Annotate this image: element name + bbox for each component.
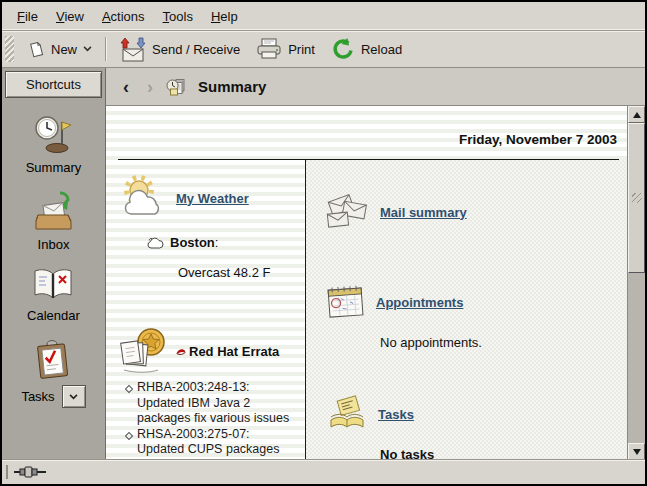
summary-clock-flag-icon — [33, 113, 75, 155]
mail-summary-link[interactable]: Mail summary — [380, 205, 467, 220]
menu-tools[interactable]: Tools — [154, 5, 202, 28]
errata-list: RHBA-2003:248-13: Updated IBM Java 2 pac… — [126, 380, 305, 460]
documents-gold-seal-icon — [118, 326, 168, 376]
toolbar: New Send / Receive — [2, 31, 645, 68]
chevron-down-icon — [69, 394, 78, 400]
bullet-icon — [125, 385, 133, 393]
menu-bar: File View Actions Tools Help — [2, 2, 645, 31]
weather-location-colon: : — [215, 235, 219, 250]
appointments-link[interactable]: Appointments — [376, 295, 463, 310]
sticky-notes-icon — [324, 394, 370, 434]
shortcuts-group-button[interactable]: Shortcuts — [5, 71, 102, 98]
reload-label: Reload — [361, 42, 402, 57]
scrollbar-thumb[interactable] — [628, 123, 645, 273]
forward-button[interactable]: › — [142, 78, 158, 96]
calendar-pad-icon — [324, 282, 368, 322]
new-button[interactable]: New — [19, 35, 100, 63]
menu-view[interactable]: View — [47, 5, 93, 28]
sidebar-item-calendar[interactable]: Calendar — [27, 267, 80, 323]
sidebar-item-tasks[interactable]: Tasks — [21, 338, 85, 408]
main-area: ‹ › Summary Friday, November 7 2003 — [106, 68, 645, 460]
shortcut-group-dropdown-button[interactable] — [62, 385, 86, 408]
up-arrow-icon — [633, 112, 641, 118]
toolbar-separator — [105, 37, 107, 61]
scroll-up-button[interactable] — [628, 106, 645, 123]
summary-canvas: Friday, November 7 2003 — [106, 106, 627, 460]
envelopes-icon — [324, 190, 372, 234]
reload-button[interactable]: Reload — [323, 32, 410, 66]
weather-location: Boston — [170, 235, 215, 250]
menu-actions[interactable]: Actions — [93, 5, 154, 28]
my-weather-link[interactable]: My Weather — [176, 191, 249, 206]
summary-content: Friday, November 7 2003 — [106, 106, 645, 460]
send-receive-button[interactable]: Send / Receive — [112, 32, 248, 67]
chevron-down-icon — [83, 46, 92, 52]
right-column: Mail summary — [306, 160, 627, 460]
date-label: Friday, November 7 2003 — [459, 132, 617, 147]
weather-condition: Overcast 48.2 F — [178, 265, 305, 280]
evolution-window: File View Actions Tools Help New — [0, 0, 647, 486]
new-note-icon — [27, 40, 45, 58]
status-bar — [2, 459, 645, 484]
menu-help[interactable]: Help — [202, 5, 247, 28]
new-button-label: New — [51, 42, 77, 57]
sidebar-item-inbox[interactable]: Inbox — [33, 190, 75, 252]
online-plug-icon[interactable] — [14, 465, 46, 479]
no-appointments-text: No appointments. — [380, 335, 627, 350]
sidebar-item-label: Tasks — [21, 389, 54, 404]
reload-icon — [331, 37, 355, 61]
bullet-icon — [125, 431, 133, 439]
down-arrow-icon — [633, 449, 641, 455]
sidebar-item-label: Calendar — [27, 308, 80, 323]
sidebar-item-summary[interactable]: Summary — [26, 113, 82, 175]
sidebar-item-label: Inbox — [38, 237, 70, 252]
sun-cloud-icon — [118, 173, 168, 223]
calendar-open-book-icon — [32, 267, 74, 303]
print-label: Print — [288, 42, 315, 57]
print-icon — [256, 37, 282, 61]
menu-file[interactable]: File — [8, 5, 47, 28]
tasks-clipboard-icon — [33, 338, 73, 380]
print-button[interactable]: Print — [248, 32, 323, 66]
errata-title: Red Hat Errata — [189, 344, 279, 359]
errata-item[interactable]: RHBA-2003:248-13: Updated IBM Java 2 pac… — [126, 380, 305, 427]
toolbar-grip[interactable] — [5, 36, 14, 62]
left-column: My Weather Boston: Overcast 48.2 F — [106, 160, 306, 460]
send-receive-label: Send / Receive — [152, 42, 240, 57]
view-header: ‹ › Summary — [106, 68, 645, 106]
scroll-down-button[interactable] — [628, 443, 645, 460]
view-title: Summary — [198, 78, 266, 95]
cloud-icon — [146, 236, 164, 250]
scrollbar-track[interactable] — [628, 273, 645, 443]
summary-view-icon — [166, 77, 186, 97]
shortcuts-group-label: Shortcuts — [26, 77, 81, 92]
date-row: Friday, November 7 2003 — [106, 106, 627, 160]
tasks-link[interactable]: Tasks — [378, 407, 414, 422]
errata-item[interactable]: RHSA-2003:275-07: Updated CUPS packages … — [126, 427, 305, 461]
shortcuts-sidebar: Shortcuts Summary — [2, 68, 106, 460]
sidebar-item-label: Summary — [26, 160, 82, 175]
send-receive-icon — [120, 37, 146, 62]
vertical-scrollbar — [627, 106, 645, 460]
back-button[interactable]: ‹ — [118, 78, 134, 96]
thumb-grip-icon — [632, 193, 642, 203]
statusbar-grip — [6, 465, 8, 479]
inbox-envelope-box-icon — [33, 190, 75, 232]
red-hat-icon — [176, 347, 186, 356]
